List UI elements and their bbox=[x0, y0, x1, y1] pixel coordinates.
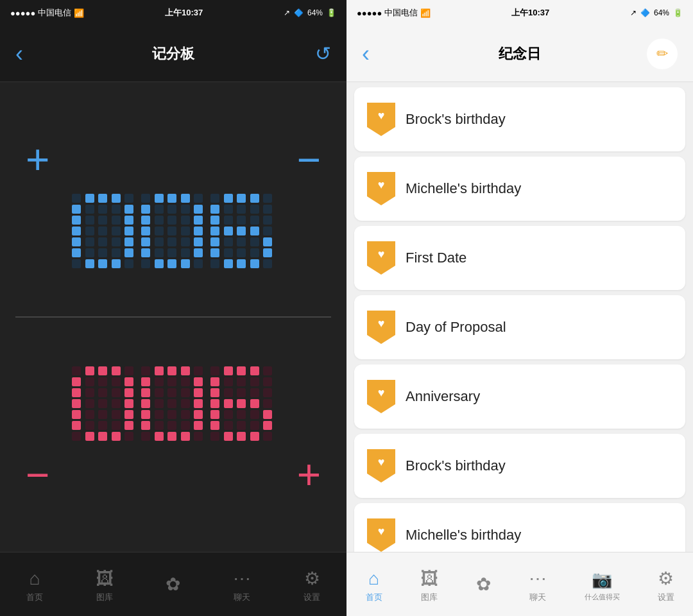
dot-cell bbox=[237, 421, 246, 430]
anniversary-item[interactable]: ♥ Michelle's birthday bbox=[354, 157, 685, 221]
dot-cell bbox=[112, 388, 121, 397]
dot-cell bbox=[250, 227, 259, 235]
red-digit-0-b bbox=[141, 366, 205, 441]
tab-left-settings[interactable]: ⚙ 设置 bbox=[304, 568, 320, 603]
dot-cell bbox=[194, 237, 203, 246]
watermark-label: 什么值得买 bbox=[585, 592, 620, 602]
dot-cell bbox=[210, 377, 219, 386]
blue-plus-button[interactable]: − bbox=[297, 136, 321, 184]
red-minus-button[interactable]: − bbox=[26, 451, 49, 499]
dot-cell bbox=[210, 421, 219, 430]
dot-cell bbox=[237, 205, 246, 214]
left-battery-icon: 🔋 bbox=[327, 8, 336, 17]
dot-cell bbox=[85, 366, 94, 375]
dot-cell bbox=[181, 237, 190, 246]
dot-cell bbox=[85, 259, 94, 268]
blue-minus-button[interactable]: + bbox=[26, 136, 49, 184]
nav-title-left: 记分板 bbox=[152, 44, 194, 64]
anniversary-item[interactable]: ♥ Anniversary bbox=[354, 364, 685, 429]
dot-cell bbox=[224, 216, 233, 225]
tab-left-home[interactable]: ⌂ 首页 bbox=[26, 569, 43, 603]
tab-right-gallery[interactable]: 🖼 图库 bbox=[420, 568, 438, 603]
dot-cell bbox=[141, 227, 150, 235]
dot-cell bbox=[72, 410, 81, 419]
gallery-icon-left: 🖼 bbox=[96, 568, 114, 589]
dot-cell bbox=[112, 237, 121, 246]
dot-cell bbox=[263, 216, 272, 225]
dot-cell bbox=[237, 216, 246, 225]
dot-cell bbox=[98, 248, 107, 257]
dot-cell bbox=[263, 259, 272, 268]
chat-label-right: 聊天 bbox=[529, 592, 546, 603]
dot-cell bbox=[124, 216, 133, 225]
anniversary-label: Day of Proposal bbox=[406, 319, 506, 336]
dot-cell bbox=[210, 432, 219, 441]
dot-cell bbox=[224, 205, 233, 214]
dot-cell bbox=[72, 399, 81, 408]
gallery-icon-right: 🖼 bbox=[420, 568, 438, 589]
right-time: 上午10:37 bbox=[511, 7, 549, 19]
dot-cell bbox=[124, 227, 133, 235]
dot-cell bbox=[85, 216, 94, 225]
anniversary-label: Brock's birthday bbox=[406, 458, 506, 474]
dot-cell bbox=[250, 377, 259, 386]
dot-cell bbox=[72, 388, 81, 397]
anniversary-item[interactable]: ♥ First Date bbox=[354, 226, 685, 290]
dot-cell bbox=[85, 205, 94, 214]
edit-icon: ✏ bbox=[656, 46, 668, 62]
dot-cell bbox=[141, 205, 150, 214]
dot-cell bbox=[72, 248, 81, 257]
dot-cell bbox=[167, 227, 176, 235]
dot-cell bbox=[155, 259, 164, 268]
red-plus-button[interactable]: + bbox=[297, 451, 321, 499]
dot-cell bbox=[72, 194, 81, 203]
refresh-button[interactable]: ↺ bbox=[315, 42, 331, 65]
dot-cell bbox=[141, 399, 150, 408]
back-button-right[interactable]: ‹ bbox=[362, 40, 370, 67]
left-carrier-signal: ●●●●● 中国电信 📶 bbox=[10, 7, 84, 19]
anniversary-item[interactable]: ♥ Brock's birthday bbox=[354, 87, 685, 151]
dot-cell bbox=[112, 377, 121, 386]
dot-cell bbox=[224, 399, 233, 408]
dot-cell bbox=[237, 410, 246, 419]
dot-cell bbox=[263, 410, 272, 419]
dot-cell bbox=[155, 410, 164, 419]
svg-text:♥: ♥ bbox=[378, 248, 385, 261]
tab-right-sun[interactable]: ✿ bbox=[476, 574, 491, 597]
anniversary-item[interactable]: ♥ Michelle's birthday bbox=[354, 503, 685, 552]
dot-cell bbox=[181, 259, 190, 268]
dot-cell bbox=[98, 410, 107, 419]
anniversary-item[interactable]: ♥ Day of Proposal bbox=[354, 295, 685, 359]
dot-cell bbox=[112, 421, 121, 430]
dot-cell bbox=[124, 432, 133, 441]
dot-cell bbox=[250, 216, 259, 225]
right-battery-icon: 🔋 bbox=[673, 8, 683, 17]
tab-right-home[interactable]: ⌂ 首页 bbox=[366, 569, 382, 603]
dot-cell bbox=[167, 248, 176, 257]
tab-right-settings[interactable]: ⚙ 设置 bbox=[658, 568, 674, 603]
left-location-icon: ↗ bbox=[284, 8, 290, 17]
back-button-left[interactable]: ‹ bbox=[15, 40, 23, 67]
dot-cell bbox=[85, 227, 94, 235]
dot-cell bbox=[263, 421, 272, 430]
dot-cell bbox=[181, 366, 190, 375]
dot-cell bbox=[263, 237, 272, 246]
right-location-icon: ↗ bbox=[630, 8, 637, 17]
edit-button[interactable]: ✏ bbox=[647, 38, 678, 69]
tab-left-chat[interactable]: ⋯ 聊天 bbox=[233, 568, 251, 603]
left-battery-pct: 64% bbox=[307, 8, 323, 17]
tab-left-sun[interactable]: ✿ bbox=[166, 574, 180, 597]
tab-right-chat[interactable]: ⋯ 聊天 bbox=[529, 568, 547, 603]
dot-cell bbox=[112, 227, 121, 235]
back-chevron-right: ‹ bbox=[362, 40, 370, 67]
red-controls: − + bbox=[15, 446, 331, 504]
settings-icon-left: ⚙ bbox=[304, 568, 320, 589]
anniversary-label: Michelle's birthday bbox=[406, 180, 521, 197]
anniversary-item[interactable]: ♥ Brock's birthday bbox=[354, 434, 685, 498]
dot-cell bbox=[263, 366, 272, 375]
tab-left-gallery[interactable]: 🖼 图库 bbox=[96, 568, 114, 603]
anniversary-badge-icon: ♥ bbox=[367, 241, 395, 275]
dot-cell bbox=[112, 194, 121, 203]
dot-cell bbox=[155, 432, 164, 441]
dot-cell bbox=[124, 377, 133, 386]
